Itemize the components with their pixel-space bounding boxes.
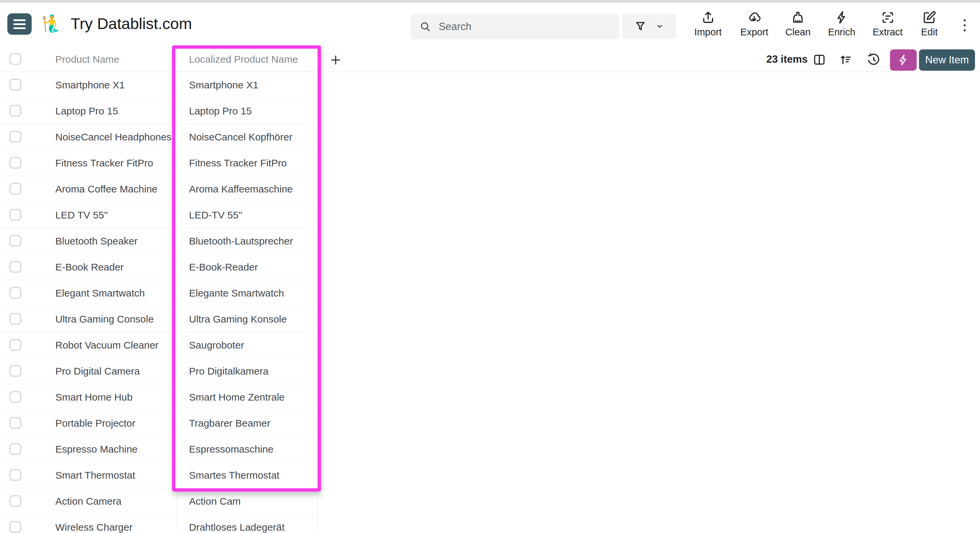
export-label: Export [740,26,768,38]
more-options-button[interactable] [959,16,970,35]
localized-product-name-cell[interactable]: Espressomaschine [177,436,318,462]
localized-product-name-cell[interactable]: Saugroboter [177,332,318,358]
product-name-cell[interactable]: Ultra Gaming Console [55,306,154,332]
localized-product-name-cell[interactable]: Smart Home Zentrale [177,384,318,410]
table-row[interactable]: Robot Vacuum Cleaner Saugroboter [0,332,318,358]
table-row[interactable]: Elegant Smartwatch Elegante Smartwatch [0,280,318,306]
row-checkbox[interactable] [10,209,21,221]
row-checkbox[interactable] [10,131,21,143]
localized-product-name-cell[interactable]: Smartes Thermostat [177,462,318,488]
column-header-localized-product-name[interactable]: Localized Product Name [177,47,318,72]
product-name-cell[interactable]: NoiseCancel Headphones [55,124,172,150]
app-logo-emoji: 🧜‍♂️ [41,13,62,34]
product-name-cell[interactable]: Smart Home Hub [55,384,133,410]
row-checkbox[interactable] [10,105,21,117]
localized-product-name-cell[interactable]: Ultra Gaming Konsole [177,306,318,332]
localized-product-name-cell[interactable]: NoiseCancel Kopfhörer [177,124,318,150]
table-row[interactable]: Smartphone X1 Smartphone X1 [0,72,318,98]
split-view-button[interactable] [811,51,828,68]
edit-button[interactable]: Edit [921,10,938,38]
table-row[interactable]: Bluetooth Speaker Bluetooth-Lautsprecher [0,228,318,254]
table-row[interactable]: Wireless Charger Drahtloses Ladegerät [0,514,318,533]
new-item-button[interactable]: New Item [919,49,975,71]
extract-button[interactable]: Extract [873,10,903,38]
enrich-button[interactable]: Enrich [828,10,855,38]
table-row[interactable]: Laptop Pro 15 Laptop Pro 15 [0,98,318,124]
table-row[interactable]: LED TV 55" LED-TV 55" [0,202,318,228]
table-row[interactable]: NoiseCancel Headphones NoiseCancel Kopfh… [0,124,318,150]
filter-button[interactable] [622,14,676,39]
table-row[interactable]: Pro Digital Camera Pro Digitalkamera [0,358,318,384]
row-checkbox[interactable] [10,469,21,481]
menu-button[interactable] [7,13,32,35]
column-header-product-name[interactable]: Product Name [55,47,119,72]
localized-product-name-cell[interactable]: E-Book-Reader [177,254,318,280]
table-row[interactable]: Espresso Machine Espressomaschine [0,436,318,462]
automation-button[interactable] [890,49,917,71]
localized-product-name-cell[interactable]: Drahtloses Ladegerät [177,514,318,533]
row-checkbox[interactable] [10,339,21,351]
search-bar[interactable] [410,14,619,39]
import-button[interactable]: Import [694,10,722,38]
table-row[interactable]: Aroma Coffee Machine Aroma Kaffeemaschin… [0,176,318,202]
row-checkbox[interactable] [10,313,21,325]
localized-product-name-cell[interactable]: Aroma Kaffeemaschine [177,176,318,202]
table-row[interactable]: Ultra Gaming Console Ultra Gaming Konsol… [0,306,318,332]
clean-label: Clean [785,26,811,38]
history-button[interactable] [865,51,882,68]
table-row[interactable]: Smart Home Hub Smart Home Zentrale [0,384,318,410]
product-name-cell[interactable]: LED TV 55" [55,202,108,228]
localized-product-name-cell[interactable]: LED-TV 55" [177,202,318,228]
app-header: 🧜‍♂️ Try Datablist.com Import [0,3,980,47]
table-row[interactable]: Portable Projector Tragbarer Beamer [0,410,318,436]
product-name-cell[interactable]: Portable Projector [55,410,135,436]
localized-product-name-cell[interactable]: Laptop Pro 15 [177,98,318,124]
product-name-cell[interactable]: Pro Digital Camera [55,358,140,384]
row-checkbox[interactable] [10,521,21,533]
row-checkbox[interactable] [10,261,21,273]
product-name-cell[interactable]: Bluetooth Speaker [55,228,138,254]
product-name-cell[interactable]: Smart Thermostat [55,462,135,488]
add-column-button[interactable] [328,53,343,67]
table-row[interactable]: Action Camera Action Cam [0,488,318,514]
row-checkbox[interactable] [10,417,21,429]
table-header-row: Product Name Localized Product Name 23 i… [0,47,980,72]
export-button[interactable]: Export [740,10,768,38]
row-checkbox[interactable] [10,235,21,247]
localized-product-name-cell[interactable]: Action Cam [177,488,318,514]
funnel-icon [634,20,646,32]
product-name-cell[interactable]: Aroma Coffee Machine [55,176,158,202]
product-name-cell[interactable]: Robot Vacuum Cleaner [55,332,159,358]
row-checkbox[interactable] [10,287,21,299]
chevron-down-icon [655,22,664,31]
row-checkbox[interactable] [10,157,21,169]
table-row[interactable]: Smart Thermostat Smartes Thermostat [0,462,318,488]
localized-product-name-cell[interactable]: Pro Digitalkamera [177,358,318,384]
product-name-cell[interactable]: Smartphone X1 [55,72,125,98]
product-name-cell[interactable]: Elegant Smartwatch [55,280,145,306]
product-name-cell[interactable]: E-Book Reader [55,254,124,280]
localized-product-name-cell[interactable]: Smartphone X1 [177,72,318,98]
sort-button[interactable] [837,51,854,68]
product-name-cell[interactable]: Fitness Tracker FitPro [55,150,153,176]
localized-product-name-cell[interactable]: Tragbarer Beamer [177,410,318,436]
product-name-cell[interactable]: Action Camera [55,488,121,514]
localized-product-name-cell[interactable]: Bluetooth-Lautsprecher [177,228,318,254]
extract-label: Extract [873,26,903,38]
row-checkbox[interactable] [10,183,21,195]
search-input[interactable] [439,21,611,33]
row-checkbox[interactable] [10,365,21,377]
clean-button[interactable]: Clean [785,10,811,38]
localized-product-name-cell[interactable]: Elegante Smartwatch [177,280,318,306]
row-checkbox[interactable] [10,495,21,507]
localized-product-name-cell[interactable]: Fitness Tracker FitPro [177,150,318,176]
select-all-checkbox[interactable] [10,53,21,65]
row-checkbox[interactable] [10,391,21,403]
product-name-cell[interactable]: Laptop Pro 15 [55,98,118,124]
table-row[interactable]: E-Book Reader E-Book-Reader [0,254,318,280]
table-row[interactable]: Fitness Tracker FitPro Fitness Tracker F… [0,150,318,176]
product-name-cell[interactable]: Espresso Machine [55,436,138,462]
row-checkbox[interactable] [10,79,21,91]
product-name-cell[interactable]: Wireless Charger [55,514,133,533]
row-checkbox[interactable] [10,443,21,455]
